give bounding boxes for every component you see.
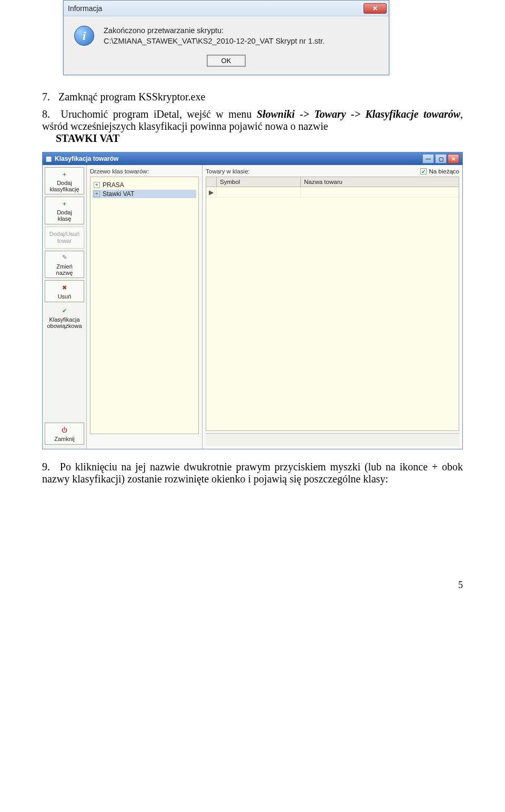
goods-grid[interactable]: Symbol Nazwa towaru ▶ xyxy=(206,177,459,431)
app-icon: ▦ xyxy=(46,155,52,162)
goods-label: Towary w klasie: xyxy=(206,168,420,174)
app-title-text: Klasyfikacja towarów xyxy=(55,155,118,162)
grid-row-current[interactable]: ▶ xyxy=(206,187,459,198)
cell-name xyxy=(301,187,459,197)
btn-label: Zmień nazwę xyxy=(56,263,73,276)
step-9-num: 9. xyxy=(42,461,56,473)
ok-button[interactable]: OK xyxy=(207,55,246,66)
close-icon[interactable]: ✕ xyxy=(363,3,387,14)
step-7: 7. Zamknąć program KSSkryptor.exe xyxy=(42,91,463,103)
btn-label: Dodaj klasyfikację xyxy=(49,180,79,192)
btn-label: Dodaj/Usuń towar xyxy=(49,231,79,243)
step-9: 9. Po kliknięciu na jej nazwie dwukrotni… xyxy=(42,461,463,485)
minimize-icon[interactable]: — xyxy=(422,154,434,163)
grid-col-name[interactable]: Nazwa towaru xyxy=(301,177,459,187)
row-indicator-icon: ▶ xyxy=(206,187,217,197)
rename-button[interactable]: ✎ Zmień nazwę xyxy=(45,251,84,278)
btn-label: Klasyfikacja obowiązkowa xyxy=(47,316,82,329)
btn-label: Zamknij xyxy=(54,436,75,442)
step-8-lead: Uruchomić program iDetal, wejść w menu xyxy=(60,108,257,120)
dialog-body: i Zakończono przetwarzanie skryptu: C:\Z… xyxy=(64,16,389,50)
mandatory-classification-button[interactable]: ✔ Klasyfikacja obowiązkowa xyxy=(45,304,84,331)
cell-symbol xyxy=(217,187,301,197)
step-8: 8. Uruchomić program iDetal, wejść w men… xyxy=(42,108,463,145)
sidebar: ＋ Dodaj klasyfikację ＋ Dodaj klasę Dodaj… xyxy=(43,165,87,449)
btn-label: Usuń xyxy=(58,293,72,300)
dialog-titlebar[interactable]: Informacja ✕ xyxy=(64,1,389,16)
expand-icon[interactable]: + xyxy=(94,191,100,197)
grid-col-symbol[interactable]: Symbol xyxy=(217,177,301,187)
status-bar xyxy=(206,433,459,446)
rename-icon: ✎ xyxy=(60,253,69,262)
tree-panel: Drzewo klas towarów: + PRASA + Stawki VA… xyxy=(87,165,203,449)
expand-icon[interactable]: + xyxy=(94,182,100,188)
live-label: Na bieżąco xyxy=(429,168,459,174)
step-7-num: 7. xyxy=(42,91,56,103)
dialog-msg-line1: Zakończono przetwarzanie skryptu: xyxy=(104,26,325,36)
goods-panel: Towary w klasie: ✔ Na bieżąco Symbol Naz… xyxy=(203,165,462,449)
plus-icon: ＋ xyxy=(60,169,69,179)
grid-header: Symbol Nazwa towaru xyxy=(206,177,459,187)
dialog-title-text: Informacja xyxy=(68,4,102,13)
delete-button[interactable]: ✖ Usuń xyxy=(45,280,84,302)
page-number: 5 xyxy=(42,580,463,591)
step-8-num: 8. xyxy=(42,108,56,120)
app-titlebar[interactable]: ▦ Klasyfikacja towarów — ▢ ✕ xyxy=(43,152,462,165)
class-tree[interactable]: + PRASA + Stawki VAT xyxy=(90,177,199,434)
tree-item-label: PRASA xyxy=(103,181,124,189)
live-checkbox[interactable]: ✔ xyxy=(420,168,427,174)
step-8-name: STAWKI VAT xyxy=(56,132,119,144)
classification-window: ▦ Klasyfikacja towarów — ▢ ✕ ＋ Dodaj kla… xyxy=(42,152,463,449)
tree-item-stawki-vat[interactable]: + Stawki VAT xyxy=(93,190,196,198)
close-window-icon[interactable]: ✕ xyxy=(448,154,459,163)
step-7-text: Zamknąć program KSSkryptor.exe xyxy=(58,91,205,102)
maximize-icon[interactable]: ▢ xyxy=(435,154,447,163)
power-icon: ⏻ xyxy=(60,425,69,435)
tree-label: Drzewo klas towarów: xyxy=(90,168,199,174)
step-9-text: Po kliknięciu na jej nazwie dwukrotnie p… xyxy=(42,461,463,485)
close-button[interactable]: ⏻ Zamknij xyxy=(45,423,84,445)
tree-item-label: Stawki VAT xyxy=(103,190,134,198)
info-dialog: Informacja ✕ i Zakończono przetwarzanie … xyxy=(63,0,389,75)
btn-label: Dodaj klasę xyxy=(57,209,72,222)
info-icon: i xyxy=(74,26,94,46)
plus-icon: ＋ xyxy=(60,199,69,208)
check-icon: ✔ xyxy=(60,306,69,315)
grid-col-marker xyxy=(206,177,217,187)
dialog-message: Zakończono przetwarzanie skryptu: C:\ZMI… xyxy=(104,26,325,46)
add-class-button[interactable]: ＋ Dodaj klasę xyxy=(45,197,84,224)
add-remove-goods-button: Dodaj/Usuń towar xyxy=(45,227,84,249)
add-classification-button[interactable]: ＋ Dodaj klasyfikację xyxy=(45,167,84,194)
tree-item-prasa[interactable]: + PRASA xyxy=(93,181,196,189)
dialog-msg-line2: C:\ZMIANA_STAWEK_VAT\KS2_2010-12-20_VAT … xyxy=(104,36,325,47)
delete-icon: ✖ xyxy=(60,283,69,292)
step-8-path: Słowniki -> Towary -> Klasyfikacje towar… xyxy=(257,108,460,120)
